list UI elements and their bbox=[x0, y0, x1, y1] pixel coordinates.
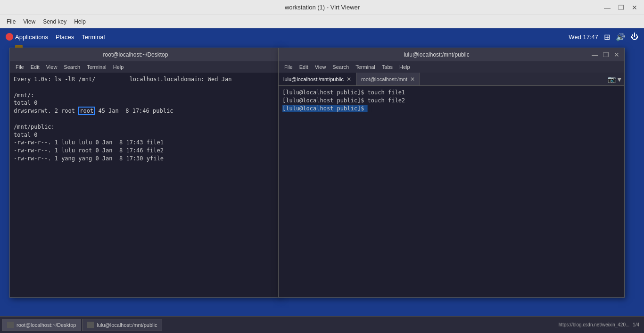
left-term-title: root@localhost:~/Desktop bbox=[14, 51, 257, 58]
tab-actions: 📷 ▼ bbox=[605, 73, 624, 85]
tab-screenshot-btn[interactable]: 📷 bbox=[608, 75, 616, 83]
tab-root-mnt[interactable]: root@localhost:/mnt ✕ bbox=[356, 73, 420, 85]
left-term-titlebar: root@localhost:~/Desktop bbox=[10, 48, 280, 61]
tab-lulu-public[interactable]: lulu@localhost:/mnt/public ✕ bbox=[279, 73, 356, 85]
left-menu-edit[interactable]: Edit bbox=[28, 63, 42, 71]
taskbar-label-lulu: lulu@localhost:/mnt/public bbox=[97, 322, 157, 328]
taskbar-icon-lulu bbox=[87, 322, 94, 328]
terminal-window-left: root@localhost:~/Desktop File Edit View … bbox=[9, 48, 281, 298]
menu-file[interactable]: File bbox=[4, 17, 18, 26]
left-menu-view[interactable]: View bbox=[43, 63, 60, 71]
panel-left: Applications Places Terminal bbox=[6, 33, 105, 41]
system-panel: Applications Places Terminal Wed 17:47 ⊞… bbox=[0, 28, 644, 45]
clock: Wed 17:47 bbox=[569, 33, 598, 41]
left-menu-file[interactable]: File bbox=[13, 63, 27, 71]
taskbar-item-lulu[interactable]: lulu@localhost:/mnt/public bbox=[82, 319, 162, 331]
terminal-window-right: lulu@localhost:/mnt/public — ❒ ✕ File Ed… bbox=[278, 48, 625, 298]
right-term-tabbar: lulu@localhost:/mnt/public ✕ root@localh… bbox=[279, 73, 624, 86]
left-term-menubar: File Edit View Search Terminal Help bbox=[10, 61, 280, 73]
right-menu-edit[interactable]: Edit bbox=[297, 63, 311, 71]
panel-right: Wed 17:47 ⊞ 🔊 ⏻ bbox=[569, 33, 638, 42]
window-controls: — ❒ ✕ bbox=[602, 3, 639, 12]
right-term-title: lulu@localhost:/mnt/public bbox=[282, 51, 591, 58]
places-menu[interactable]: Places bbox=[56, 33, 74, 41]
window-title: workstation (1) - Virt Viewer bbox=[42, 4, 602, 11]
right-term-winctrls: — ❒ ✕ bbox=[591, 51, 620, 58]
right-menu-terminal[interactable]: Terminal bbox=[353, 63, 378, 71]
page-indicator: 1/4 bbox=[633, 322, 639, 327]
right-menu-view[interactable]: View bbox=[312, 63, 329, 71]
gnome-icon bbox=[6, 33, 13, 41]
menu-sendkey[interactable]: Send key bbox=[40, 17, 69, 26]
terminal-menu[interactable]: Terminal bbox=[82, 33, 105, 41]
right-menu-search[interactable]: Search bbox=[330, 63, 352, 71]
left-menu-help[interactable]: Help bbox=[110, 63, 127, 71]
left-term-content[interactable]: Every 1.0s: ls -lR /mnt/ localhost.local… bbox=[10, 73, 280, 297]
close-button[interactable]: ✕ bbox=[630, 3, 639, 12]
taskbar-icon-root bbox=[7, 322, 14, 328]
right-minimize-btn[interactable]: — bbox=[591, 51, 599, 58]
right-maximize-btn[interactable]: ❒ bbox=[602, 51, 610, 58]
applications-label: Applications bbox=[15, 33, 48, 41]
menu-help[interactable]: Help bbox=[71, 17, 89, 26]
minimize-button[interactable]: — bbox=[602, 3, 612, 12]
right-term-menubar: File Edit View Search Terminal Tabs Help bbox=[279, 61, 624, 73]
taskbar-watermark: https://blog.csdn.net/weixin_420... 1/4 bbox=[559, 322, 642, 327]
right-menu-help[interactable]: Help bbox=[396, 63, 413, 71]
right-menu-file[interactable]: File bbox=[281, 63, 296, 71]
network-icon[interactable]: ⊞ bbox=[604, 33, 610, 42]
tab1-label: lulu@localhost:/mnt/public bbox=[283, 76, 344, 82]
right-term-content[interactable]: [lulu@localhost public]$ touch file1 [lu… bbox=[279, 86, 624, 297]
right-close-btn[interactable]: ✕ bbox=[613, 51, 620, 58]
volume-icon[interactable]: 🔊 bbox=[616, 33, 625, 42]
title-bar: workstation (1) - Virt Viewer — ❒ ✕ bbox=[0, 0, 644, 15]
left-menu-search[interactable]: Search bbox=[61, 63, 83, 71]
tab2-label: root@localhost:/mnt bbox=[361, 76, 407, 82]
left-menu-terminal[interactable]: Terminal bbox=[84, 63, 109, 71]
maximize-button[interactable]: ❒ bbox=[616, 3, 626, 12]
taskbar: root@localhost:~/Desktop lulu@localhost:… bbox=[0, 316, 644, 333]
tab2-close[interactable]: ✕ bbox=[410, 76, 415, 83]
right-term-titlebar: lulu@localhost:/mnt/public — ❒ ✕ bbox=[279, 48, 624, 61]
desktop-area: root@localhost:~/Desktop File Edit View … bbox=[0, 45, 644, 316]
tab1-close[interactable]: ✕ bbox=[347, 76, 351, 83]
right-menu-tabs[interactable]: Tabs bbox=[379, 63, 396, 71]
app-menubar: File View Send key Help bbox=[0, 15, 644, 28]
tab-dropdown-btn[interactable]: ▼ bbox=[618, 75, 621, 83]
taskbar-item-root[interactable]: root@localhost:~/Desktop bbox=[2, 319, 81, 331]
applications-menu[interactable]: Applications bbox=[6, 33, 48, 41]
menu-view[interactable]: View bbox=[20, 17, 38, 26]
taskbar-label-root: root@localhost:~/Desktop bbox=[17, 322, 76, 328]
watermark-text: https://blog.csdn.net/weixin_420... bbox=[559, 322, 630, 327]
power-icon[interactable]: ⏻ bbox=[631, 33, 638, 41]
